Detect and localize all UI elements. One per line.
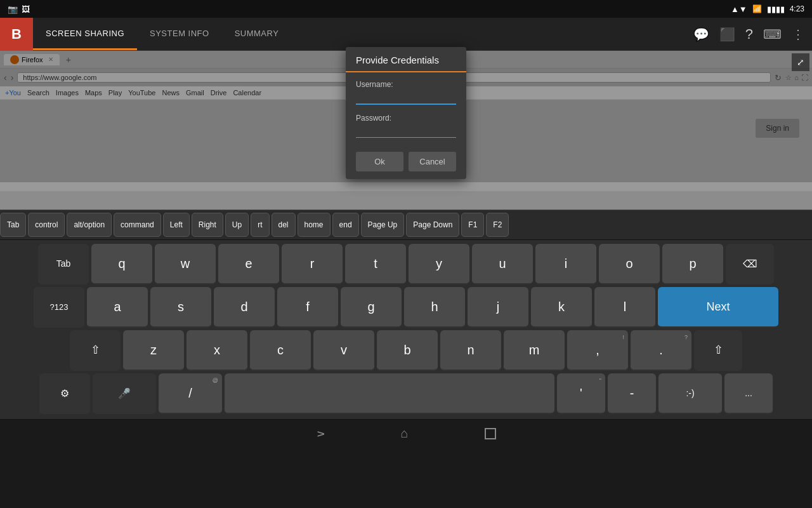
special-key-command[interactable]: command [114, 213, 161, 237]
key-k[interactable]: k [531, 287, 592, 328]
ok-button[interactable]: Ok [356, 152, 403, 171]
stop-icon[interactable]: ⬛ [719, 27, 735, 42]
key-c[interactable]: c [250, 330, 311, 371]
key-i[interactable]: i [535, 244, 596, 284]
key-numbers[interactable]: ?123 [34, 287, 84, 328]
chat-icon[interactable]: 💬 [693, 27, 709, 42]
key-a[interactable]: a [87, 287, 148, 328]
provide-credentials-dialog: Provide Credentials Username: Password: … [346, 47, 466, 179]
nav-bar: B SCREEN SHARING SYSTEM INFO SUMMARY 💬 ⬛… [0, 18, 812, 51]
key-l[interactable]: l [594, 287, 655, 328]
key-g[interactable]: g [341, 287, 402, 328]
app-icon[interactable]: B [0, 18, 33, 51]
key-q[interactable]: q [91, 244, 152, 284]
dialog-title-bar: Provide Credentials [346, 47, 466, 72]
special-key-up[interactable]: Up [225, 213, 249, 237]
key-shift-right[interactable]: ⇧ [694, 330, 742, 371]
tab-screen-sharing[interactable]: SCREEN SHARING [33, 18, 137, 50]
key-b[interactable]: b [377, 330, 438, 371]
wifi-icon: ▲▼ [731, 4, 747, 14]
key-h[interactable]: h [404, 287, 465, 328]
dialog-title: Provide Credentials [356, 55, 439, 65]
special-key-page-up[interactable]: Page Up [361, 213, 405, 237]
keyboard-row-4: ⚙ 🎤 / @ ' " - :-) ... [3, 373, 809, 414]
key-tab[interactable]: Tab [38, 244, 89, 284]
key-backspace[interactable]: ⌫ [726, 244, 774, 284]
nav-back-button[interactable]: ∨ [313, 429, 327, 438]
special-key-alt[interactable]: alt/option [67, 213, 112, 237]
key-slash[interactable]: / @ [159, 373, 222, 414]
tab-summary[interactable]: SUMMARY [222, 18, 292, 50]
signal-icon: 📶 [752, 4, 762, 13]
key-space[interactable] [225, 373, 554, 414]
special-key-tab[interactable]: Tab [0, 213, 26, 237]
key-settings[interactable]: ⚙ [39, 373, 90, 414]
special-key-f2[interactable]: F2 [486, 213, 509, 237]
key-quote[interactable]: ' " [557, 373, 605, 414]
expand-button[interactable]: ⤢ [792, 53, 809, 71]
key-e[interactable]: e [218, 244, 279, 284]
keyboard-row-1: Tab q w e r t y u i o p ⌫ [3, 244, 809, 284]
status-bar-right: ▲▼ 📶 ▮▮▮▮ 4:23 [731, 4, 804, 14]
tab-system-info[interactable]: SYSTEM INFO [137, 18, 222, 50]
key-j[interactable]: j [468, 287, 528, 328]
special-keys-row: Tab control alt/option command Left Righ… [0, 210, 812, 240]
key-mic[interactable]: 🎤 [93, 373, 156, 414]
nav-tabs: SCREEN SHARING SYSTEM INFO SUMMARY [33, 18, 291, 50]
image-icon: 🖼 [22, 4, 30, 14]
help-icon[interactable]: ? [745, 26, 753, 43]
key-v[interactable]: v [313, 330, 374, 371]
special-key-control[interactable]: control [28, 213, 65, 237]
key-x[interactable]: x [187, 330, 247, 371]
key-z[interactable]: z [123, 330, 184, 371]
key-s[interactable]: s [150, 287, 211, 328]
cancel-button[interactable]: Cancel [409, 152, 456, 171]
key-next[interactable]: Next [658, 287, 778, 328]
nav-home-button[interactable]: ⌂ [400, 426, 408, 441]
special-key-right[interactable]: Right [192, 213, 223, 237]
key-w[interactable]: w [155, 244, 216, 284]
status-bar-left: 📷 🖼 [8, 4, 30, 14]
password-label: Password: [356, 114, 456, 123]
camera-icon: 📷 [8, 4, 18, 14]
key-r[interactable]: r [282, 244, 343, 284]
nav-right: 💬 ⬛ ? ⌨ ⋮ [693, 26, 812, 43]
key-smiley[interactable]: :-) [658, 373, 722, 414]
special-key-del[interactable]: del [272, 213, 296, 237]
keyboard-row-3: ⇧ z x c v b n m , ! . ? ⇧ [3, 330, 809, 371]
time-display: 4:23 [790, 4, 804, 13]
special-key-f1[interactable]: F1 [461, 213, 484, 237]
username-input[interactable] [356, 91, 456, 105]
battery-icon: ▮▮▮▮ [767, 4, 785, 14]
bottom-nav: ∨ ⌂ [0, 419, 812, 447]
key-y[interactable]: y [409, 244, 469, 284]
password-input[interactable] [356, 125, 456, 138]
special-key-rt[interactable]: rt [251, 213, 269, 237]
username-label: Username: [356, 80, 456, 89]
special-key-page-down[interactable]: Page Down [406, 213, 459, 237]
key-f[interactable]: f [277, 287, 338, 328]
dialog-body: Username: Password: Ok Cancel [346, 72, 466, 179]
nav-recent-button[interactable] [485, 428, 496, 439]
status-bar: 📷 🖼 ▲▼ 📶 ▮▮▮▮ 4:23 [0, 0, 812, 18]
key-o[interactable]: o [599, 244, 660, 284]
key-u[interactable]: u [472, 244, 533, 284]
special-key-end[interactable]: end [332, 213, 359, 237]
key-shift-left[interactable]: ⇧ [70, 330, 121, 371]
key-t[interactable]: t [345, 244, 406, 284]
dialog-buttons: Ok Cancel [356, 152, 456, 171]
key-dash[interactable]: - [608, 373, 656, 414]
key-p[interactable]: p [662, 244, 723, 284]
keyboard-icon[interactable]: ⌨ [763, 27, 782, 42]
more-options-icon[interactable]: ⋮ [792, 27, 804, 42]
key-n[interactable]: n [440, 330, 501, 371]
keyboard-row-2: ?123 a s d f g h j k l Next [3, 287, 809, 328]
key-ellipsis[interactable]: ... [724, 373, 773, 414]
special-key-left[interactable]: Left [163, 213, 190, 237]
key-m[interactable]: m [504, 330, 565, 371]
key-comma[interactable]: , ! [567, 330, 628, 371]
key-d[interactable]: d [214, 287, 275, 328]
special-key-home[interactable]: home [298, 213, 331, 237]
keyboard-area: Tab q w e r t y u i o p ⌫ ?123 a s d f g… [0, 240, 812, 419]
key-period[interactable]: . ? [631, 330, 691, 371]
